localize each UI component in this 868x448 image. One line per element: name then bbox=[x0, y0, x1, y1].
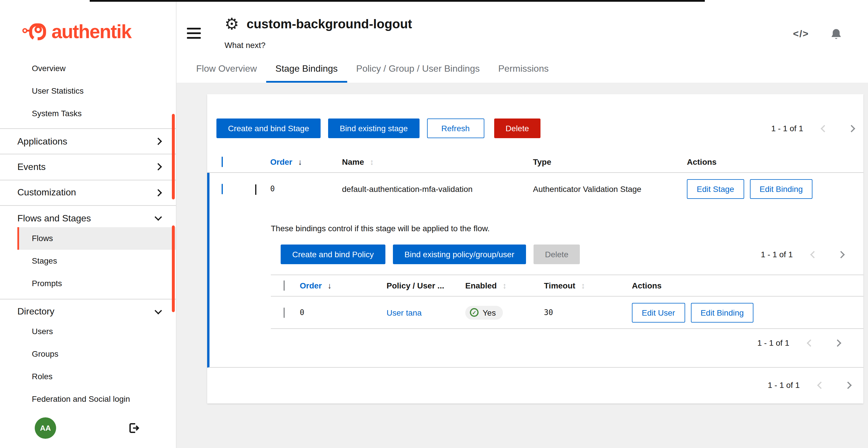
sidebar-divider bbox=[0, 154, 176, 154]
tab-flow-overview[interactable]: Flow Overview bbox=[187, 58, 266, 83]
binding-row-checkbox[interactable] bbox=[283, 307, 285, 318]
stage-pagination: 1 - 1 of 1 bbox=[771, 124, 854, 133]
pagination-prev-icon[interactable] bbox=[810, 251, 817, 258]
binding-order-value: 0 bbox=[300, 308, 386, 317]
pagination-prev-icon[interactable] bbox=[820, 125, 828, 132]
sidebar-section-events[interactable]: Events bbox=[0, 159, 176, 175]
sidebar-section-applications[interactable]: Applications bbox=[0, 133, 176, 150]
sidebar-item-groups[interactable]: Groups bbox=[18, 343, 176, 365]
api-code-icon[interactable]: </> bbox=[793, 28, 809, 40]
pagination-range: 1 - 1 of 1 bbox=[768, 380, 800, 390]
chevron-right-icon bbox=[155, 189, 162, 196]
authentik-logo[interactable]: authentik bbox=[22, 21, 176, 43]
directory-subnav: Users Groups Roles Federation and Social… bbox=[18, 320, 176, 410]
column-order[interactable]: Order↓ bbox=[270, 157, 342, 166]
refresh-button[interactable]: Refresh bbox=[427, 118, 484, 138]
hamburger-menu-icon[interactable] bbox=[187, 28, 201, 39]
pagination-prev-icon[interactable] bbox=[817, 381, 824, 388]
stage-bindings-card: Create and bind Stage Bind existing stag… bbox=[207, 94, 863, 404]
sidebar-item-system-tasks[interactable]: System Tasks bbox=[0, 102, 176, 124]
edit-binding-button[interactable]: Edit Binding bbox=[750, 179, 812, 199]
column-order[interactable]: Order↓ bbox=[300, 281, 386, 290]
sidebar-footer: AA bbox=[0, 410, 176, 448]
row-checkbox[interactable] bbox=[222, 183, 223, 194]
chevron-right-icon bbox=[155, 138, 162, 145]
sort-icon: ↕ bbox=[503, 281, 507, 290]
stage-table-header: Order↓ Name↕ Type Actions bbox=[207, 151, 863, 173]
sidebar-section-customization[interactable]: Customization bbox=[0, 184, 176, 201]
sidebar-scrollbar-thumb[interactable] bbox=[172, 226, 175, 312]
app-root: authentik Overview User Statistics Syste… bbox=[0, 0, 868, 448]
flow-gear-icon: ⚙ bbox=[224, 16, 239, 32]
column-policy-user[interactable]: Policy / User ... bbox=[386, 281, 465, 290]
pagination-next-icon[interactable] bbox=[837, 251, 844, 258]
edit-stage-button[interactable]: Edit Stage bbox=[687, 179, 744, 199]
sidebar-item-overview[interactable]: Overview bbox=[0, 57, 176, 79]
pagination-range: 1 - 1 of 1 bbox=[771, 124, 803, 133]
notification-bell-icon[interactable] bbox=[830, 28, 842, 40]
sort-desc-icon: ↓ bbox=[298, 157, 302, 166]
sidebar-item-roles[interactable]: Roles bbox=[18, 365, 176, 388]
sidebar-section-flows-and-stages[interactable]: Flows and Stages bbox=[0, 210, 176, 227]
sidebar-divider bbox=[0, 128, 176, 129]
delete-binding-button: Delete bbox=[533, 244, 580, 264]
authentik-logo-icon bbox=[22, 22, 48, 42]
sidebar-item-flows[interactable]: Flows bbox=[18, 227, 176, 249]
create-and-bind-stage-button[interactable]: Create and bind Stage bbox=[216, 118, 320, 138]
sidebar-section-directory[interactable]: Directory bbox=[0, 303, 176, 320]
edit-user-button[interactable]: Edit User bbox=[632, 303, 685, 322]
select-all-checkbox[interactable] bbox=[222, 157, 223, 167]
logo-wordmark: authentik bbox=[52, 21, 131, 43]
bind-existing-stage-button[interactable]: Bind existing stage bbox=[328, 118, 419, 138]
binding-table-row: 0 User tana ✓ Yes 30 bbox=[271, 297, 863, 329]
sort-desc-icon: ↓ bbox=[328, 281, 332, 290]
sidebar-item-users[interactable]: Users bbox=[18, 320, 176, 343]
select-all-bindings-checkbox[interactable] bbox=[283, 280, 285, 291]
pagination-next-icon[interactable] bbox=[848, 125, 855, 132]
stage-row-expansion: These bindings control if this stage wil… bbox=[210, 205, 863, 367]
binding-user-link[interactable]: User tana bbox=[386, 308, 422, 317]
create-and-bind-policy-button[interactable]: Create and bind Policy bbox=[281, 244, 385, 264]
bind-existing-policy-group-user-button[interactable]: Bind existing policy/group/user bbox=[393, 244, 526, 264]
column-enabled[interactable]: Enabled↕ bbox=[465, 281, 544, 290]
sort-icon: ↕ bbox=[370, 157, 374, 166]
bindings-pagination-bottom: 1 - 1 of 1 bbox=[757, 338, 840, 347]
check-circle-icon: ✓ bbox=[470, 308, 478, 317]
window-top-edge bbox=[90, 0, 705, 2]
avatar[interactable]: AA bbox=[35, 417, 56, 439]
sidebar-item-stages[interactable]: Stages bbox=[18, 249, 176, 272]
tab-bar: Flow Overview Stage Bindings Policy / Gr… bbox=[177, 58, 868, 83]
pagination-next-icon[interactable] bbox=[834, 339, 841, 346]
sidebar-scrollbar-thumb[interactable] bbox=[172, 114, 175, 200]
delete-stage-button[interactable]: Delete bbox=[494, 118, 540, 138]
tab-stage-bindings[interactable]: Stage Bindings bbox=[266, 58, 347, 83]
page-subtitle: What next? bbox=[224, 40, 412, 50]
pagination-range: 1 - 1 of 1 bbox=[757, 338, 789, 347]
column-name[interactable]: Name↕ bbox=[342, 157, 533, 166]
sort-icon: ↕ bbox=[581, 281, 585, 290]
chevron-down-icon bbox=[155, 214, 162, 221]
edit-binding-button[interactable]: Edit Binding bbox=[691, 303, 753, 322]
pagination-next-icon[interactable] bbox=[844, 381, 851, 388]
sidebar-item-user-statistics[interactable]: User Statistics bbox=[0, 79, 176, 102]
row-expander-chevron-icon[interactable] bbox=[255, 184, 256, 195]
sidebar-item-federation-social-login[interactable]: Federation and Social login bbox=[18, 388, 176, 410]
logout-icon[interactable] bbox=[128, 422, 140, 434]
sidebar: authentik Overview User Statistics Syste… bbox=[0, 0, 177, 448]
tab-policy-group-user-bindings[interactable]: Policy / Group / User Bindings bbox=[347, 58, 489, 83]
sidebar-item-prompts[interactable]: Prompts bbox=[18, 272, 176, 295]
pagination-prev-icon[interactable] bbox=[807, 339, 814, 346]
column-type: Type bbox=[533, 157, 687, 166]
stage-type: Authenticator Validation Stage bbox=[533, 184, 687, 193]
bindings-toolbar: Create and bind Policy Bind existing pol… bbox=[281, 244, 844, 264]
sidebar-divider bbox=[0, 299, 176, 299]
column-timeout[interactable]: Timeout↕ bbox=[544, 281, 632, 290]
expanded-stage-row-group: 0 default-authentication-mfa-validation … bbox=[207, 173, 863, 368]
sidebar-top-nav: Overview User Statistics System Tasks bbox=[0, 57, 176, 124]
bindings-pagination-top: 1 - 1 of 1 bbox=[761, 250, 844, 259]
sidebar-divider bbox=[0, 180, 176, 180]
tab-permissions[interactable]: Permissions bbox=[489, 58, 558, 83]
stage-toolbar: Create and bind Stage Bind existing stag… bbox=[207, 94, 863, 151]
stage-table-row: 0 default-authentication-mfa-validation … bbox=[210, 173, 863, 205]
flows-and-stages-subnav: Flows Stages Prompts bbox=[18, 227, 176, 295]
